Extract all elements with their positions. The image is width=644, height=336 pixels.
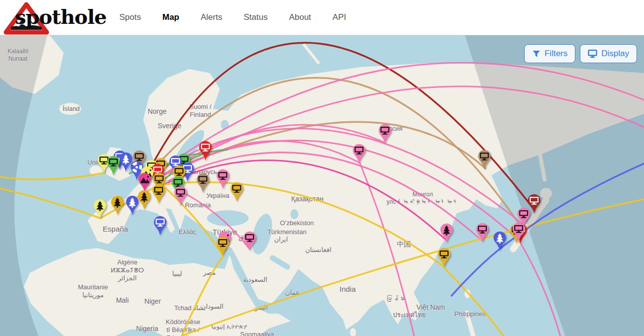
map-pin-monitor[interactable] <box>377 123 392 144</box>
nav-map[interactable]: Map <box>162 12 179 22</box>
spot-arc <box>160 129 523 224</box>
filter-icon <box>532 50 541 58</box>
nav-spots[interactable]: Spots <box>119 12 141 22</box>
map-pin-monitor[interactable] <box>198 140 213 161</box>
map-pin-monitor[interactable] <box>475 222 490 243</box>
spot-arc <box>183 199 644 336</box>
map-pin-monitor[interactable] <box>195 172 210 193</box>
map-pin-monitor[interactable] <box>173 185 188 206</box>
map-pin-monitor[interactable] <box>511 222 526 243</box>
spot-arc <box>170 86 644 170</box>
map-pin-tree[interactable] <box>110 195 125 216</box>
map-pin-monitor[interactable] <box>215 168 230 189</box>
map-pin-monitor[interactable] <box>151 183 166 204</box>
spot-arc <box>0 173 104 179</box>
map-controls: Filters Display <box>524 44 637 63</box>
nav-alerts[interactable]: Alerts <box>200 12 222 22</box>
spot-arc <box>445 269 504 336</box>
map-pin-monitor[interactable] <box>215 236 230 256</box>
spot-arc <box>182 257 223 336</box>
map-pin-monitor[interactable] <box>477 149 492 170</box>
display-icon <box>588 49 597 58</box>
map-pin-monitor[interactable] <box>153 215 168 236</box>
display-button-label: Display <box>601 49 629 59</box>
nav-status[interactable]: Status <box>244 12 268 22</box>
map-pin-tree[interactable] <box>125 195 140 216</box>
nav-about[interactable]: About <box>289 12 311 22</box>
spot-arc <box>360 164 414 336</box>
spot-arc <box>164 182 444 267</box>
nav-api[interactable]: API <box>333 12 346 22</box>
display-button[interactable]: Display <box>580 44 637 63</box>
logo[interactable]: spothole <box>2 0 106 34</box>
spot-arc <box>0 188 100 218</box>
map-pin-monitor[interactable] <box>242 231 257 252</box>
map-pin-monitor[interactable] <box>106 155 121 176</box>
filters-button-label: Filters <box>545 49 567 59</box>
app-header: spothole SpotsMapAlertsStatusAboutAPI <box>0 0 644 35</box>
map-pin-tree[interactable] <box>92 198 107 219</box>
spot-paths-layer <box>0 35 644 336</box>
spot-arc <box>520 242 560 336</box>
brand-name: spothole <box>15 0 106 33</box>
map-pin-monitor[interactable] <box>352 143 367 164</box>
map-pin-monitor[interactable] <box>229 181 244 202</box>
filters-button[interactable]: Filters <box>524 44 575 63</box>
map-canvas[interactable]: Kalaallit NunaatÍslandNorgeSverigeSuomi … <box>0 35 644 336</box>
main-nav: SpotsMapAlertsStatusAboutAPI <box>119 0 346 35</box>
map-pin-tree[interactable] <box>492 231 507 252</box>
map-pin-monitor[interactable] <box>437 247 452 268</box>
map-pin-tree[interactable] <box>439 223 454 244</box>
